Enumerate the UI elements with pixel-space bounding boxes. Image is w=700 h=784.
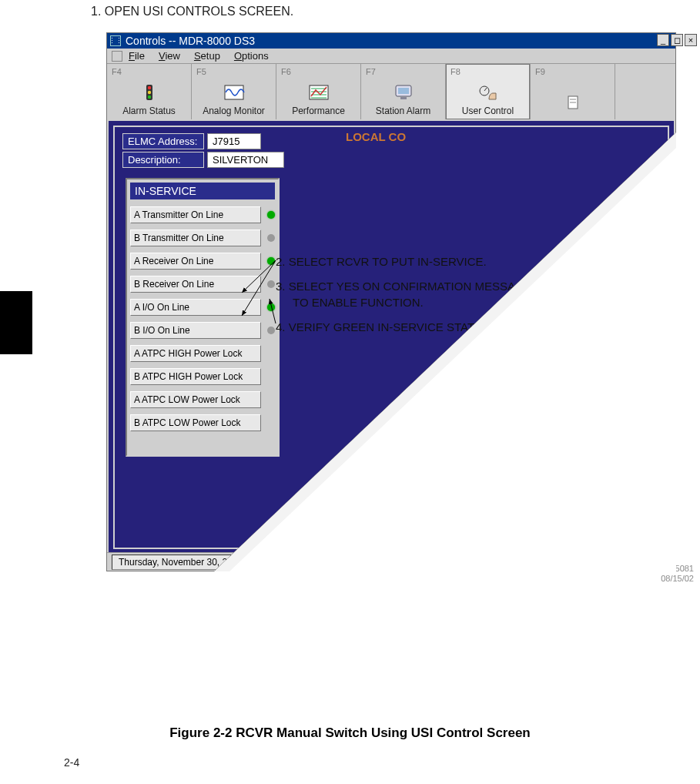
status-bar: Thursday, November 30, 2000 xyxy=(107,552,675,571)
fkey-f5: F5 xyxy=(196,67,206,76)
description-value: SILVERTON xyxy=(207,152,284,168)
description-label: Description: xyxy=(122,152,204,168)
in-service-panel: IN-SERVICE A Transmitter On Line B Trans… xyxy=(126,178,280,457)
btn-b-io-on-line[interactable]: B I/O On Line xyxy=(130,322,261,339)
row-b-atpc-low: B ATPC LOW Power Lock xyxy=(130,414,275,432)
page-number: 2-4 xyxy=(64,756,79,769)
window-title: Controls -- MDR-8000 DS3 xyxy=(126,35,255,47)
oscilloscope-icon xyxy=(223,84,245,101)
tool-alarm-status[interactable]: F4 Alarm Status xyxy=(107,64,192,119)
btn-b-atpc-low-power-lock[interactable]: B ATPC LOW Power Lock xyxy=(130,414,261,431)
status-dot-icon xyxy=(267,257,275,265)
document-id: LMW-5081 08/15/02 xyxy=(652,564,694,584)
status-dot-icon xyxy=(267,327,275,334)
row-a-io: A I/O On Line xyxy=(130,298,275,317)
fkey-f8: F8 xyxy=(450,67,461,76)
svg-rect-4 xyxy=(225,85,243,99)
btn-a-atpc-low-power-lock[interactable]: A ATPC LOW Power Lock xyxy=(130,391,261,408)
status-dot-icon xyxy=(267,234,275,242)
tool-label: Station Alarm xyxy=(376,106,430,116)
svg-point-3 xyxy=(147,95,150,99)
window-minimize-icon[interactable]: _ xyxy=(657,34,669,46)
hand-dial-icon xyxy=(477,84,499,101)
row-a-transmitter: A Transmitter On Line xyxy=(130,206,275,224)
side-tab xyxy=(0,291,32,354)
fkey-f9: F9 xyxy=(535,67,545,76)
row-a-receiver: A Receiver On Line xyxy=(130,252,275,270)
btn-a-transmitter-on-line[interactable]: A Transmitter On Line xyxy=(130,206,261,223)
tool-analog-monitor[interactable]: F5 Analog Monitor xyxy=(192,64,276,119)
row-a-atpc-high: A ATPC HIGH Power Lock xyxy=(130,344,275,363)
step-2-text: 2. SELECT RCVR TO PUT IN-SERVICE. xyxy=(276,254,598,270)
fkey-f7: F7 xyxy=(366,67,376,76)
tool-station-alarm[interactable]: F7 Station Alarm xyxy=(361,64,446,119)
toolbar: F4 Alarm Status F5 Analog Monitor F6 Per… xyxy=(107,64,675,119)
svg-rect-12 xyxy=(400,97,407,99)
status-dot-icon xyxy=(267,280,275,288)
btn-a-receiver-on-line[interactable]: A Receiver On Line xyxy=(130,253,261,270)
step-1-text: 1. OPEN USI CONTROLS SCREEN. xyxy=(91,5,293,18)
fkey-f6: F6 xyxy=(281,67,291,76)
monitor-icon xyxy=(393,84,414,101)
menu-options[interactable]: Options xyxy=(234,50,269,62)
window-maximize-icon[interactable]: ◻ xyxy=(671,34,683,46)
menu-view[interactable]: View xyxy=(159,50,180,62)
tool-label: Analog Monitor xyxy=(203,106,265,116)
row-b-io: B I/O On Line xyxy=(130,321,275,340)
step-3b-text: TO ENABLE FUNCTION. xyxy=(276,295,598,310)
tool-performance[interactable]: F6 Performance xyxy=(276,64,361,119)
tool-label: User Control xyxy=(462,106,514,116)
svg-line-14 xyxy=(484,88,487,91)
tool-user-control[interactable]: F8 User Control xyxy=(446,64,531,119)
elmc-address-value: J7915 xyxy=(207,133,261,149)
row-a-atpc-low: A ATPC LOW Power Lock xyxy=(130,390,275,409)
menu-lead-icon xyxy=(112,51,122,62)
status-dot-icon xyxy=(267,211,275,219)
btn-a-io-on-line[interactable]: A I/O On Line xyxy=(130,299,261,316)
step-3-text: 3. SELECT YES ON CONFIRMATION MESSAGE xyxy=(276,279,598,294)
status-dot-icon xyxy=(267,303,275,311)
btn-b-receiver-on-line[interactable]: B Receiver On Line xyxy=(130,276,261,293)
window-close-icon[interactable]: × xyxy=(685,34,697,46)
app-icon: ⋮⋮ xyxy=(110,35,121,46)
elmc-address-label: ELMC Address: xyxy=(122,133,204,149)
row-b-transmitter: B Transmitter On Line xyxy=(130,229,275,247)
svg-point-1 xyxy=(147,86,150,89)
svg-point-2 xyxy=(147,91,150,94)
menu-setup[interactable]: Setup xyxy=(194,50,220,62)
document-icon xyxy=(562,95,584,112)
row-b-receiver: B Receiver On Line xyxy=(130,275,275,293)
menu-bar: File View Setup Options xyxy=(107,49,675,64)
btn-b-transmitter-on-line[interactable]: B Transmitter On Line xyxy=(130,230,261,246)
traffic-light-icon xyxy=(139,84,160,101)
figure-caption: Figure 2-2 RCVR Manual Switch Using USI … xyxy=(0,725,700,741)
status-date: Thursday, November 30, 2000 xyxy=(112,554,250,570)
menu-file[interactable]: File xyxy=(129,50,145,62)
row-b-atpc-high: B ATPC HIGH Power Lock xyxy=(130,367,275,386)
tool-label: Alarm Status xyxy=(122,106,176,116)
doc-code: LMW-5081 xyxy=(652,564,694,573)
title-bar: ⋮⋮ Controls -- MDR-8000 DS3 xyxy=(107,33,675,49)
chart-icon xyxy=(308,84,330,101)
doc-date: 08/15/02 xyxy=(661,574,694,583)
svg-rect-11 xyxy=(398,88,409,94)
step-4-text: 4. VERIFY GREEN IN-SERVICE STATUS CIRCLE… xyxy=(276,320,598,335)
fkey-f4: F4 xyxy=(112,67,122,76)
btn-b-atpc-high-power-lock[interactable]: B ATPC HIGH Power Lock xyxy=(130,368,261,385)
btn-a-atpc-high-power-lock[interactable]: A ATPC HIGH Power Lock xyxy=(130,345,261,362)
panel-title: IN-SERVICE xyxy=(130,183,275,199)
tool-f9[interactable]: F9 xyxy=(531,64,615,119)
local-header: LOCAL CO xyxy=(346,130,406,143)
tool-label: Performance xyxy=(292,106,345,116)
